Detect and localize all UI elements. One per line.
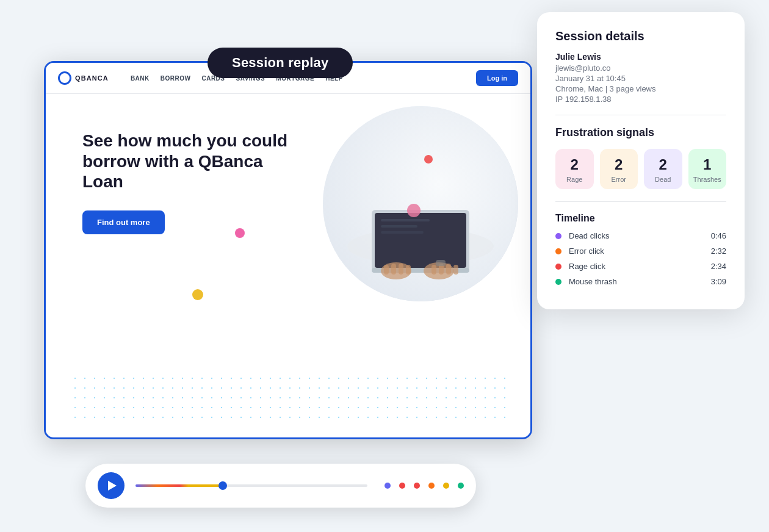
timeline-dot-dead	[555, 233, 561, 239]
frust-label-thrash: Thrashes	[693, 176, 722, 183]
playbar-dot-3	[414, 483, 420, 489]
frustration-cards: 2 Rage 2 Error 2 Dead 1 Thrashes	[555, 149, 726, 189]
timeline-label-error: Error click	[569, 246, 711, 256]
svg-rect-3	[381, 219, 430, 221]
frust-number-dead: 2	[649, 157, 677, 172]
signal-dot-yellow	[192, 289, 203, 300]
svg-rect-5	[381, 231, 424, 234]
play-button[interactable]	[98, 472, 125, 499]
timeline-item-rage-click: Rage click 2:34	[555, 262, 726, 271]
brand-logo-circle-icon	[58, 71, 71, 85]
frust-number-thrash: 1	[693, 157, 722, 172]
hero-section: See how much you could borrow with a QBa…	[46, 94, 530, 434]
hero-headline: See how much you could borrow with a QBa…	[82, 131, 302, 192]
hero-image-inner	[323, 106, 518, 301]
scene: QBANCA BANK BORROW CARDS SAVINGS MORTGAG…	[0, 0, 769, 532]
progress-track[interactable]	[135, 484, 367, 487]
frust-label-rage: Rage	[560, 176, 589, 183]
frust-card-error: 2 Error	[600, 149, 638, 189]
divider-2	[555, 201, 726, 202]
frust-card-rage: 2 Rage	[555, 149, 594, 189]
frustration-title: Frustration signals	[555, 126, 726, 139]
timeline-label-rage: Rage click	[569, 262, 711, 271]
playbar-dot-1	[385, 483, 391, 489]
playbar	[85, 464, 476, 508]
playbar-dot-6	[458, 483, 464, 489]
nav-borrow[interactable]: BORROW	[161, 75, 191, 82]
timeline-label-thrash: Mouse thrash	[569, 277, 711, 286]
progress-thumb	[218, 481, 227, 490]
timeline-dot-thrash	[555, 279, 561, 285]
timeline-item-error-click: Error click 2:32	[555, 246, 726, 256]
signal-dot-pink-medium	[235, 228, 245, 238]
timeline-time-dead: 0:46	[711, 231, 726, 240]
browser-mockup: QBANCA BANK BORROW CARDS SAVINGS MORTGAG…	[44, 61, 532, 439]
frust-number-rage: 2	[560, 157, 589, 172]
timeline-dot-rage	[555, 264, 561, 270]
svg-rect-17	[436, 260, 446, 266]
brand-name: QBANCA	[75, 74, 109, 82]
timeline-label-dead: Dead clicks	[569, 231, 711, 240]
nav-bank[interactable]: BANK	[131, 75, 150, 82]
timeline-item-dead-clicks: Dead clicks 0:46	[555, 231, 726, 240]
frust-card-dead: 2 Dead	[644, 149, 682, 189]
dots-pattern	[70, 373, 506, 422]
timeline-item-mouse-thrash: Mouse thrash 3:09	[555, 277, 726, 286]
brand-logo: QBANCA	[58, 71, 109, 85]
user-browser-info: Chrome, Mac | 3 page views	[555, 84, 726, 93]
laptop-illustration	[341, 124, 500, 283]
playbar-dot-4	[428, 483, 435, 489]
hero-text: See how much you could borrow with a QBa…	[82, 118, 302, 234]
svg-rect-11	[399, 264, 403, 275]
frust-number-error: 2	[605, 157, 634, 172]
svg-rect-15	[446, 264, 451, 275]
signal-dot-red	[424, 155, 433, 164]
session-panel: Session details Julie Lewis jlewis@pluto…	[537, 12, 745, 309]
svg-rect-10	[391, 264, 396, 275]
timeline-time-error: 2:32	[711, 246, 726, 256]
user-name: Julie Lewis	[555, 52, 726, 62]
frust-label-dead: Dead	[649, 176, 677, 183]
frust-card-thrash: 1 Thrashes	[688, 149, 727, 189]
browser-content: See how much you could borrow with a QBa…	[46, 94, 530, 434]
session-replay-label: Session replay	[208, 48, 353, 78]
playbar-dot-2	[399, 483, 405, 489]
user-email: jlewis@pluto.co	[555, 63, 726, 73]
user-ip: IP 192.158.1.38	[555, 95, 726, 104]
svg-rect-13	[431, 265, 436, 275]
frust-label-error: Error	[605, 176, 634, 183]
timeline-time-thrash: 3:09	[711, 277, 726, 286]
timeline-title: Timeline	[555, 213, 726, 224]
svg-rect-9	[384, 265, 389, 275]
timeline-dot-error	[555, 248, 561, 254]
timeline-time-rage: 2:34	[711, 262, 726, 271]
panel-title: Session details	[555, 29, 726, 43]
svg-rect-4	[381, 225, 417, 228]
progress-fill	[135, 484, 223, 487]
svg-rect-12	[406, 265, 411, 275]
login-button[interactable]: Log in	[476, 70, 518, 86]
playbar-dots	[385, 483, 464, 489]
playbar-dot-5	[443, 483, 449, 489]
signal-dot-pink-large	[407, 204, 421, 217]
hero-image	[323, 106, 518, 301]
play-icon	[108, 481, 117, 491]
hero-cta-button[interactable]: Find out more	[82, 210, 165, 234]
divider-1	[555, 115, 726, 115]
svg-rect-16	[453, 265, 458, 275]
user-date: January 31 at 10:45	[555, 74, 726, 83]
